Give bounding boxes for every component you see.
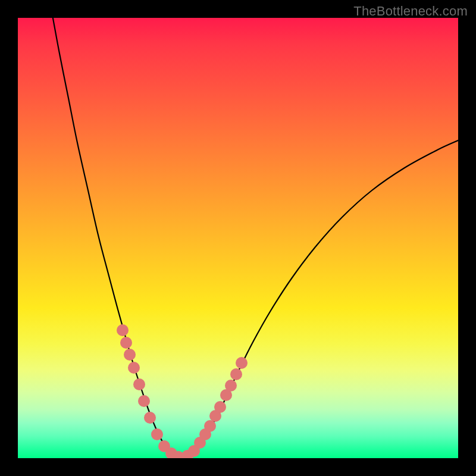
sample-dot [151, 428, 163, 440]
sample-dots-left [117, 324, 184, 458]
curve-left [52, 18, 181, 458]
sample-dot [214, 401, 226, 413]
chart-frame: TheBottleneck.com [0, 0, 476, 476]
sample-dot [128, 362, 140, 374]
sample-dot [144, 412, 156, 424]
sample-dot [133, 378, 145, 390]
sample-dot [236, 357, 248, 369]
sample-dot [124, 349, 136, 361]
sample-dot [120, 337, 132, 349]
plot-area [18, 18, 458, 458]
sample-dot [225, 380, 237, 392]
watermark-text: TheBottleneck.com [353, 4, 468, 19]
sample-dot [230, 368, 242, 380]
sample-dots-right [181, 357, 248, 458]
sample-dot [138, 395, 150, 407]
curve-svg [18, 18, 458, 458]
sample-dot [204, 420, 216, 432]
sample-dot [117, 324, 129, 336]
